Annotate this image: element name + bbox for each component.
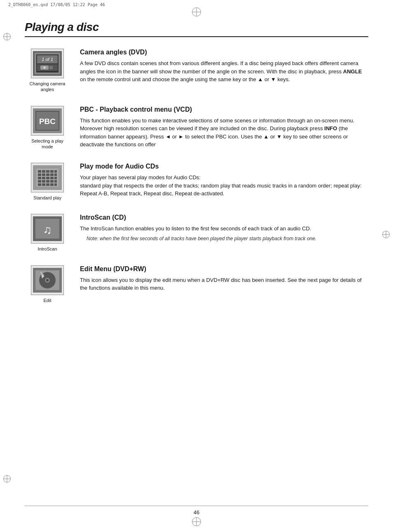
section-pbc: PBC Selecting a playmode PBC - Playback …	[25, 106, 368, 150]
icon-area-edit: Edit	[25, 265, 70, 303]
camera-angles-label: Changing cameraangles	[30, 81, 66, 93]
introscan-icon: ♫	[33, 216, 62, 241]
svg-rect-23	[50, 173, 54, 176]
footer-rule	[25, 506, 368, 506]
pbc-title: PBC - Playback control menu (VCD)	[80, 106, 368, 113]
page-title: Playing a disc	[25, 21, 368, 34]
page-number: 46	[194, 509, 199, 516]
section-standard-play: Standard play Play mode for Audio CDs Yo…	[25, 163, 368, 201]
svg-rect-27	[46, 177, 49, 179]
svg-rect-19	[54, 170, 57, 173]
icon-area-introscan: ♫ IntroScan	[25, 214, 70, 252]
svg-rect-22	[46, 173, 49, 176]
svg-rect-20	[38, 173, 41, 176]
svg-text:PBC: PBC	[39, 117, 56, 126]
svg-rect-21	[42, 173, 45, 176]
section-introscan: ♫ IntroScan IntroScan (CD) The IntroScan…	[25, 214, 368, 252]
svg-rect-16	[42, 170, 45, 173]
camera-angles-icon: 1 of 1	[33, 51, 62, 76]
icon-box-camera: 1 of 1	[31, 49, 64, 78]
svg-rect-26	[42, 177, 45, 179]
svg-rect-34	[54, 180, 57, 183]
icon-box-standard-play	[31, 163, 64, 192]
svg-rect-36	[42, 183, 45, 186]
svg-point-47	[46, 279, 49, 281]
reg-mark-left-bottom	[3, 475, 11, 483]
introscan-body: The IntroScan function enables you to li…	[80, 225, 368, 233]
svg-rect-24	[54, 173, 57, 176]
page-wrapper: 2_DTH8060_en.qxd 17/08/05 12:22 Page 46 …	[0, 0, 393, 532]
introscan-note: Note: when the first few seconds of all …	[87, 235, 368, 242]
svg-text:♫: ♫	[43, 223, 52, 236]
standard-play-icon	[33, 165, 62, 190]
edit-label: Edit	[44, 298, 51, 303]
svg-rect-8	[49, 66, 53, 69]
text-area-edit: Edit Menu (DVD+RW) This icon allows you …	[80, 265, 368, 292]
text-area-standard-play: Play mode for Audio CDs Your player has …	[80, 163, 368, 198]
file-info-text: 2_DTH8060_en.qxd 17/08/05 12:22 Page 46	[8, 2, 105, 7]
section-edit-menu: Edit Edit Menu (DVD+RW) This icon allows…	[25, 265, 368, 303]
edit-body: This icon allows you to display the edit…	[80, 276, 368, 292]
section-camera-angles: 1 of 1 Changing cameraangles Camera angl…	[25, 49, 368, 93]
text-area-introscan: IntroScan (CD) The IntroScan function en…	[80, 214, 368, 242]
icon-box-introscan: ♫	[31, 214, 64, 244]
svg-rect-38	[50, 183, 54, 186]
reg-mark-left-top	[3, 33, 11, 40]
svg-point-7	[43, 66, 46, 69]
reg-mark-right-middle	[382, 231, 390, 238]
icon-area-pbc: PBC Selecting a playmode	[25, 106, 70, 150]
camera-angles-body: A few DVD discs contain scenes shot from…	[80, 59, 368, 84]
pbc-body: This function enables you to make intera…	[80, 117, 368, 149]
svg-rect-39	[54, 183, 57, 186]
svg-rect-15	[38, 170, 41, 173]
svg-rect-31	[42, 180, 45, 183]
standard-play-body: Your player has several play modes for A…	[80, 173, 368, 198]
svg-rect-35	[38, 183, 41, 186]
edit-title: Edit Menu (DVD+RW)	[80, 265, 368, 273]
file-info-header: 2_DTH8060_en.qxd 17/08/05 12:22 Page 46	[8, 2, 385, 7]
icon-box-pbc: PBC	[31, 106, 64, 136]
svg-rect-18	[50, 170, 54, 173]
reg-mark-top	[192, 7, 201, 16]
svg-rect-30	[38, 180, 41, 183]
pbc-icon: PBC	[33, 108, 62, 133]
text-area-camera: Camera angles (DVD) A few DVD discs cont…	[80, 49, 368, 84]
svg-rect-33	[50, 180, 54, 183]
standard-play-title: Play mode for Audio CDs	[80, 163, 368, 170]
introscan-title: IntroScan (CD)	[80, 214, 368, 221]
camera-angles-title: Camera angles (DVD)	[80, 49, 368, 56]
svg-text:1 of 1: 1 of 1	[42, 57, 53, 62]
standard-play-label: Standard play	[33, 195, 61, 201]
pbc-label: Selecting a playmode	[31, 138, 63, 150]
text-area-pbc: PBC - Playback control menu (VCD) This f…	[80, 106, 368, 149]
reg-mark-bottom	[192, 517, 201, 526]
icon-box-edit	[31, 265, 64, 295]
introscan-label: IntroScan	[37, 246, 57, 252]
icon-area-camera: 1 of 1 Changing cameraangles	[25, 49, 70, 93]
title-rule	[25, 36, 368, 37]
svg-rect-37	[46, 183, 49, 186]
footer: 46	[0, 506, 393, 516]
svg-rect-28	[50, 177, 54, 179]
svg-rect-29	[54, 177, 57, 179]
edit-icon	[33, 268, 62, 293]
svg-rect-32	[46, 180, 49, 183]
svg-rect-17	[46, 170, 49, 173]
svg-rect-25	[38, 177, 41, 179]
icon-area-standard-play: Standard play	[25, 163, 70, 201]
content-area: Playing a disc 1 of 1	[0, 0, 393, 341]
